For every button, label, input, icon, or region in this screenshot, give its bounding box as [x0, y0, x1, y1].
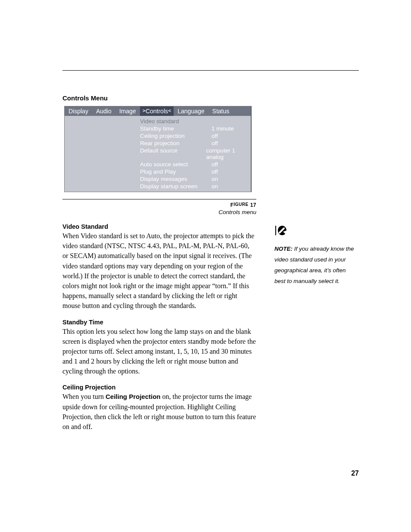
header-rule: [62, 70, 359, 71]
menu-item-value: off: [212, 140, 218, 146]
figure-rule: [62, 199, 256, 199]
tab-status[interactable]: Status: [209, 106, 234, 116]
menu-item-value: computer 1 analog: [206, 147, 251, 160]
tab-display[interactable]: Display: [65, 106, 92, 116]
page-number: 27: [351, 470, 359, 477]
menu-item-value: off: [212, 161, 218, 168]
menu-row-display-startup-screen[interactable]: Display startup screen on: [140, 183, 251, 190]
menu-item-label: Display startup screen: [140, 183, 212, 190]
section-title: Controls Menu: [62, 94, 256, 102]
menu-row-video-standard[interactable]: Video standard: [140, 118, 251, 125]
figure-label: F IGURE 17: [62, 202, 256, 208]
menu-item-label: Ceiling projection: [140, 133, 212, 139]
menu-row-display-messages[interactable]: Display messages on: [140, 175, 251, 183]
document-page: Controls Menu Display Audio Image > Cont…: [0, 0, 411, 532]
para-ceiling-projection: When you turn Ceiling Projection on, the…: [62, 392, 256, 432]
menu-item-label: Display messages: [140, 176, 212, 182]
menu-body: Video standard Standby time 1 minute Cei…: [65, 116, 251, 192]
tab-label: Controls: [146, 108, 168, 115]
menu-tabs: Display Audio Image > Controls < Languag…: [65, 106, 251, 116]
figure-caption: Controls menu: [62, 209, 256, 215]
main-column: Controls Menu Display Audio Image > Cont…: [62, 94, 256, 432]
dotted-rule: • • • • • • • • • • • • • • • • • • • • …: [273, 237, 360, 238]
para-video-standard: When Video standard is set to Auto, the …: [62, 231, 256, 311]
menu-item-value: 1 minute: [212, 125, 234, 132]
figure-label-prefix: F: [230, 202, 234, 208]
inline-bold: Ceiling Projection: [106, 393, 161, 400]
menu-item-value: off: [212, 168, 218, 175]
menu-row-default-source[interactable]: Default source computer 1 analog: [140, 147, 251, 161]
menu-item-value: on: [212, 183, 218, 190]
chevron-left-icon: <: [168, 108, 171, 114]
tab-audio[interactable]: Audio: [92, 106, 115, 116]
tab-language[interactable]: Language: [174, 106, 208, 116]
chevron-right-icon: >: [143, 108, 146, 114]
menu-item-label: Rear projection: [140, 140, 212, 146]
menu-row-ceiling-projection[interactable]: Ceiling projection off: [140, 132, 251, 140]
controls-menu-figure: Display Audio Image > Controls < Languag…: [64, 106, 252, 192]
menu-row-standby-time[interactable]: Standby time 1 minute: [140, 125, 251, 132]
menu-item-label: Plug and Play: [140, 168, 212, 175]
menu-item-label: Standby time: [140, 125, 212, 132]
note-text: NOTE: If you already know the video stan…: [274, 244, 356, 287]
tab-image[interactable]: Image: [115, 106, 140, 116]
menu-item-label: Auto source select: [140, 161, 212, 168]
note-label: NOTE:: [274, 246, 293, 252]
menu-row-auto-source-select[interactable]: Auto source select off: [140, 161, 251, 168]
figure-number: 17: [250, 202, 256, 208]
side-note: • • • • • • • • • • • • • • • • • • • • …: [274, 225, 356, 287]
tab-controls[interactable]: > Controls <: [140, 106, 174, 116]
menu-item-value: off: [212, 133, 218, 139]
subhead-video-standard: Video Standard: [62, 223, 256, 230]
menu-item-label: Default source: [140, 147, 206, 160]
para-standby-time: This option lets you select how long the…: [62, 327, 256, 376]
menu-item-value: on: [212, 176, 218, 182]
figure-label-rest: IGURE: [234, 202, 248, 208]
subhead-ceiling-projection: Ceiling Projection: [62, 384, 256, 391]
text-pre: When you turn: [62, 393, 106, 400]
menu-item-label: Video standard: [140, 118, 212, 124]
menu-row-rear-projection[interactable]: Rear projection off: [140, 140, 251, 147]
menu-row-plug-and-play[interactable]: Plug and Play off: [140, 168, 251, 175]
subhead-standby-time: Standby Time: [62, 319, 256, 326]
